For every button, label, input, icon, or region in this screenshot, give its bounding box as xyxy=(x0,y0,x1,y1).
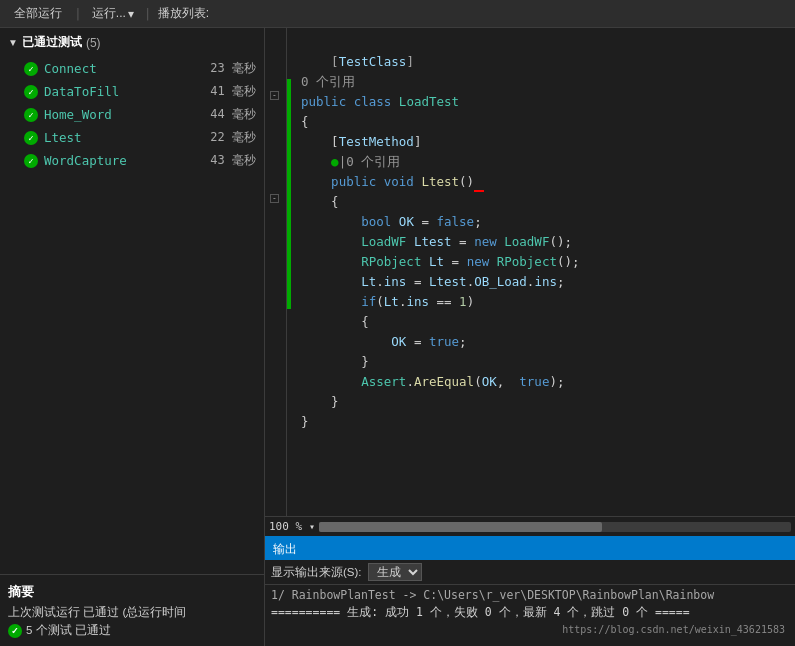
code-line-10: LoadWF Ltest = new LoadWF(); xyxy=(301,234,572,249)
run-label: 运行... xyxy=(92,5,126,22)
code-line-12: Lt.ins = Ltest.OB_Load.ins; xyxy=(301,274,564,289)
output-line-1: 1/ RainbowPlanTest -> C:\Users\r_ver\DES… xyxy=(271,587,789,604)
green-indicator xyxy=(287,79,291,309)
run-dropdown-button[interactable]: 运行... ▾ xyxy=(88,3,138,24)
collapse-arrow[interactable]: ▼ xyxy=(8,37,18,48)
code-line-8: { xyxy=(301,194,339,209)
test-items-container: Connect23 毫秒DataToFill41 毫秒Home_Word44 毫… xyxy=(0,57,264,172)
test-name: Ltest xyxy=(44,130,204,145)
test-duration: 22 毫秒 xyxy=(210,129,256,146)
summary-check-icon xyxy=(8,624,22,638)
output-content: 1/ RainbowPlanTest -> C:\Users\r_ver\DES… xyxy=(265,585,795,646)
left-panel: ▼ 已通过测试 (5) Connect23 毫秒DataToFill41 毫秒H… xyxy=(0,28,265,646)
collapse-method-box[interactable]: - xyxy=(270,194,279,203)
run-dropdown-arrow: ▾ xyxy=(128,7,134,21)
test-duration: 43 毫秒 xyxy=(210,152,256,169)
test-check-icon xyxy=(24,154,38,168)
test-item[interactable]: Home_Word44 毫秒 xyxy=(0,103,264,126)
test-duration: 44 毫秒 xyxy=(210,106,256,123)
test-item[interactable]: WordCapture43 毫秒 xyxy=(0,149,264,172)
code-line-17: Assert.AreEqual(OK, true); xyxy=(301,374,564,389)
code-line-5: [TestMethod] xyxy=(301,134,421,149)
scrollbar-area: 100 % ▾ xyxy=(265,516,795,536)
code-content[interactable]: [TestClass] 0 个引用 public class LoadTest … xyxy=(293,28,795,516)
passed-text: 5 个测试 已通过 xyxy=(26,623,111,638)
green-sidebar xyxy=(287,28,293,516)
test-name: Home_Word xyxy=(44,107,204,122)
run-all-button[interactable]: 全部运行 xyxy=(8,3,68,24)
test-item[interactable]: Connect23 毫秒 xyxy=(0,57,264,80)
summary-title: 摘要 xyxy=(8,583,256,601)
zoom-level: 100 % xyxy=(269,520,305,533)
separator-2: | xyxy=(142,6,154,21)
test-name: WordCapture xyxy=(44,153,204,168)
code-line-19: } xyxy=(301,414,309,429)
separator-1: | xyxy=(72,6,84,21)
scrollbar-thumb xyxy=(319,522,602,532)
summary-section: 摘要 上次测试运行 已通过 (总运行时间 5 个测试 已通过 xyxy=(0,574,264,646)
main-layout: ▼ 已通过测试 (5) Connect23 毫秒DataToFill41 毫秒H… xyxy=(0,28,795,646)
summary-passed: 5 个测试 已通过 xyxy=(8,623,256,638)
test-check-icon xyxy=(24,131,38,145)
source-label: 显示输出来源(S): xyxy=(271,565,362,580)
code-line-2: 0 个引用 xyxy=(301,74,355,89)
test-list-section: ▼ 已通过测试 (5) Connect23 毫秒DataToFill41 毫秒H… xyxy=(0,28,264,574)
test-name: Connect xyxy=(44,61,204,76)
output-title: 输出 xyxy=(273,541,297,558)
code-line-15: OK = true; xyxy=(301,334,467,349)
code-line-9: bool OK = false; xyxy=(301,214,482,229)
playlist-label: 播放列表: xyxy=(158,5,209,22)
output-panel: 输出 显示输出来源(S): 生成 1/ RainbowPlanTest -> C… xyxy=(265,536,795,646)
gutter: - - xyxy=(265,28,287,516)
test-check-icon xyxy=(24,108,38,122)
output-toolbar: 显示输出来源(S): 生成 xyxy=(265,560,795,585)
right-panel: - - [TestClass] 0 个引用 public class LoadT… xyxy=(265,28,795,646)
code-line-1: [TestClass] xyxy=(301,54,414,69)
test-name: DataToFill xyxy=(44,84,204,99)
code-line-3: public class LoadTest xyxy=(301,94,459,109)
code-line-11: RPobject Lt = new RPobject(); xyxy=(301,254,580,269)
section-header: ▼ 已通过测试 (5) xyxy=(0,28,264,57)
section-title: 已通过测试 xyxy=(22,34,82,51)
toolbar: 全部运行 | 运行... ▾ | 播放列表: xyxy=(0,0,795,28)
collapse-class-box[interactable]: - xyxy=(270,91,279,100)
output-header: 输出 xyxy=(265,538,795,560)
test-item[interactable]: DataToFill41 毫秒 xyxy=(0,80,264,103)
code-area: - - [TestClass] 0 个引用 public class LoadT… xyxy=(265,28,795,516)
test-check-icon xyxy=(24,62,38,76)
code-line-16: } xyxy=(301,354,369,369)
code-line-18: } xyxy=(301,394,339,409)
code-line-6: ●|0 个引用 xyxy=(301,154,400,169)
code-line-14: { xyxy=(301,314,369,329)
code-line-4: { xyxy=(301,114,309,129)
test-item[interactable]: Ltest22 毫秒 xyxy=(0,126,264,149)
code-line-13: if(Lt.ins == 1) xyxy=(301,294,474,309)
horizontal-scrollbar[interactable] xyxy=(319,522,791,532)
test-duration: 41 毫秒 xyxy=(210,83,256,100)
zoom-dropdown-arrow[interactable]: ▾ xyxy=(309,521,315,532)
test-duration: 23 毫秒 xyxy=(210,60,256,77)
last-run-text: 上次测试运行 已通过 (总运行时间 xyxy=(8,605,256,620)
code-line-7: public void Ltest() xyxy=(301,174,484,189)
test-check-icon xyxy=(24,85,38,99)
watermark: https://blog.csdn.net/weixin_43621583 xyxy=(271,622,789,637)
source-select[interactable]: 生成 xyxy=(368,563,422,581)
output-line-2: ========== 生成: 成功 1 个，失败 0 个，最新 4 个，跳过 0… xyxy=(271,604,789,621)
section-count: (5) xyxy=(86,36,101,50)
